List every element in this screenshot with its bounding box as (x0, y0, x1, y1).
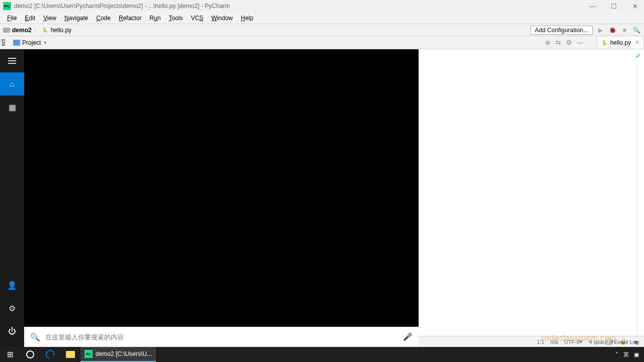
menu-run[interactable]: Run (145, 14, 165, 23)
chevron-down-icon: ▼ (43, 40, 47, 45)
debug-button[interactable]: 🐞 (608, 27, 617, 34)
settings-icon[interactable]: ⚙ (566, 39, 572, 46)
start-search-input[interactable] (45, 333, 398, 341)
breadcrumb-file[interactable]: 🐍 hello.py (42, 27, 71, 34)
tool-window-header: ect Project ▼ ⊕ ⇆ ⚙ — 🐍 hello.py ✕ (0, 36, 644, 49)
menu-window[interactable]: Window (207, 14, 237, 23)
search-icon: 🔍 (30, 332, 40, 342)
project-dropdown[interactable]: Project ▼ (9, 39, 51, 46)
python-file-icon: 🐍 (42, 27, 49, 34)
menu-refactor[interactable]: Refactor (115, 14, 145, 23)
editor-tab-hello[interactable]: 🐍 hello.py ✕ (597, 36, 644, 49)
menu-file[interactable]: File (3, 14, 21, 23)
close-tab-icon[interactable]: ✕ (635, 39, 639, 46)
main-menubar: File Edit View Navigate Code Refactor Ru… (0, 12, 644, 24)
hamburger-icon (8, 58, 16, 64)
minimize-button[interactable]: ― (587, 3, 599, 10)
start-account-button[interactable]: 👤 (0, 274, 24, 297)
pycharm-icon: PC (3, 2, 11, 10)
navigation-bar: demo2 〉 🐍 hello.py Add Configuration... … (0, 24, 644, 36)
start-search-bar[interactable]: 🔍 🎤 (24, 327, 419, 347)
menu-navigate[interactable]: Navigate (60, 14, 92, 23)
edge-button[interactable] (40, 347, 60, 362)
menu-edit[interactable]: Edit (21, 14, 39, 23)
start-apps-button[interactable]: ▦ (0, 96, 24, 119)
windows-taskbar: ⊞ PC demo2 [C:\Users\U... ˄ 英 ▣ (0, 347, 644, 362)
pycharm-icon: PC (85, 350, 93, 358)
close-button[interactable]: ✕ (629, 3, 641, 10)
run-button[interactable]: ▶ (596, 27, 605, 34)
breadcrumb-separator: 〉 (34, 26, 40, 34)
start-settings-button[interactable]: ⚙ (0, 297, 24, 320)
cortana-button[interactable] (20, 347, 40, 362)
window-title: demo2 [C:\Users\User\PycharmProjects\dem… (14, 3, 587, 10)
menu-code[interactable]: Code (92, 14, 115, 23)
project-side-tab[interactable]: ect (0, 39, 9, 46)
menu-view[interactable]: View (39, 14, 60, 23)
start-expand-button[interactable] (0, 49, 24, 72)
windows-start-menu: ⌂ ▦ 👤 ⚙ ⏻ 🔍 🎤 (0, 49, 419, 347)
ime-indicator[interactable]: 英 (623, 351, 629, 358)
start-home-button[interactable]: ⌂ (0, 72, 24, 96)
maximize-button[interactable]: ☐ (608, 3, 620, 10)
file-explorer-button[interactable] (60, 347, 80, 362)
project-view-icon (13, 40, 20, 46)
locate-icon[interactable]: ⊕ (545, 39, 550, 46)
window-titlebar: PC demo2 [C:\Users\User\PycharmProjects\… (0, 0, 644, 12)
watermark: codeclassroom.com (540, 334, 616, 343)
breadcrumb-root[interactable]: demo2 (3, 27, 32, 34)
stop-button[interactable]: ■ (620, 27, 629, 34)
add-configuration-button[interactable]: Add Configuration... (530, 26, 593, 35)
hide-icon[interactable]: — (577, 39, 584, 46)
tray-expand-icon[interactable]: ˄ (615, 351, 618, 358)
start-button[interactable]: ⊞ (0, 347, 20, 362)
menu-help[interactable]: Help (237, 14, 258, 23)
expand-icon[interactable]: ⇆ (555, 39, 561, 46)
menu-tools[interactable]: Tools (165, 14, 187, 23)
start-power-button[interactable]: ⏻ (0, 320, 24, 343)
editor-scrollbar[interactable] (637, 49, 644, 347)
python-file-icon: 🐍 (601, 39, 608, 46)
microphone-icon[interactable]: 🎤 (403, 332, 413, 341)
search-everywhere-button[interactable]: 🔍 (632, 27, 641, 34)
taskbar-app-pycharm[interactable]: PC demo2 [C:\Users\U... (80, 347, 156, 362)
menu-vcs[interactable]: VCS (187, 14, 207, 23)
action-center-icon[interactable]: ▣ (634, 351, 639, 358)
folder-icon (3, 28, 10, 33)
